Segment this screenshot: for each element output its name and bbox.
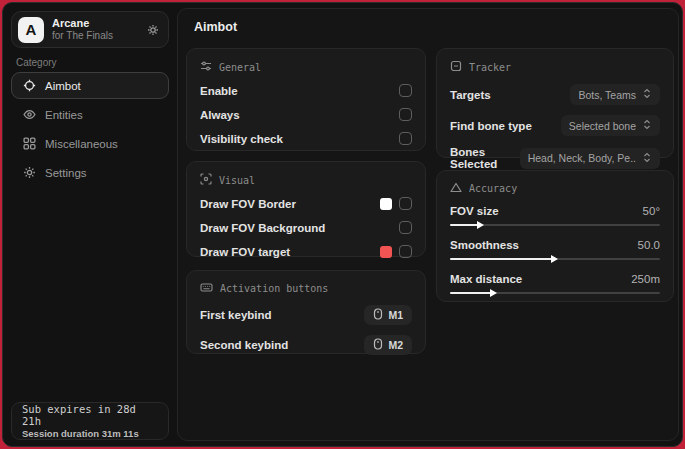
- setting-row-enable: Enable: [200, 83, 412, 98]
- grid-icon: [23, 137, 36, 150]
- card-title: Activation buttons: [220, 283, 328, 294]
- slider-thumb[interactable]: [490, 289, 497, 297]
- sidebar-nav: Aimbot Entities: [11, 72, 169, 188]
- smoothness-slider[interactable]: [450, 255, 660, 263]
- sidebar-item-aimbot[interactable]: Aimbot: [11, 72, 169, 99]
- setting-row-second-keybind: Second keybind M2: [200, 335, 412, 355]
- page-title: Aimbot: [194, 20, 237, 34]
- mouse-icon: [373, 308, 383, 322]
- setting-row-first-keybind: First keybind M1: [200, 305, 412, 325]
- tracker-card: Tracker Targets Bots, Teams Find bone ty…: [436, 48, 674, 158]
- bones-selected-dropdown[interactable]: Head, Neck, Body, Pe..: [520, 148, 660, 169]
- keyboard-icon: [200, 282, 213, 295]
- fov-border-color-swatch[interactable]: [380, 198, 392, 210]
- app-subtitle: for The Finals: [52, 30, 139, 42]
- setting-row-smoothness: Smoothness 50.0: [450, 239, 660, 263]
- category-label: Category: [16, 57, 57, 68]
- fov-size-value: 50°: [643, 205, 660, 217]
- smoothness-value: 50.0: [638, 239, 660, 251]
- general-card: General Enable Always Visibility check: [186, 48, 426, 151]
- find-bone-type-dropdown[interactable]: Selected bone: [561, 115, 660, 136]
- setting-row-max-distance: Max distance 250m: [450, 273, 660, 297]
- fov-background-checkbox[interactable]: [399, 221, 412, 234]
- chevrons-up-down-icon: [642, 119, 652, 132]
- subscription-card: Sub expires in 28d 21h Session duration …: [11, 402, 169, 440]
- chevrons-up-down-icon: [642, 88, 652, 101]
- activation-card: Activation buttons First keybind M1 Seco…: [186, 270, 426, 354]
- triangle-icon: [450, 182, 462, 195]
- fov-target-checkbox[interactable]: [399, 245, 412, 258]
- card-title: Visual: [219, 175, 255, 186]
- max-distance-value: 250m: [631, 273, 660, 285]
- sidebar-item-label: Miscellaneous: [45, 138, 118, 150]
- slider-thumb[interactable]: [477, 221, 484, 229]
- gear-icon[interactable]: [147, 24, 159, 36]
- visual-card: Visual Draw FOV Border Draw FOV Backgrou…: [186, 161, 426, 257]
- main-panel: Aimbot General Enable Always: [177, 8, 679, 441]
- app-window: A Arcane for The Finals Category: [2, 2, 683, 447]
- setting-row-fov-border: Draw FOV Border: [200, 196, 412, 211]
- brand-card: A Arcane for The Finals: [11, 11, 169, 48]
- first-keybind-button[interactable]: M1: [364, 305, 412, 325]
- fov-size-slider[interactable]: [450, 221, 660, 229]
- sidebar: A Arcane for The Finals Category: [3, 3, 177, 446]
- app-logo: A: [18, 17, 44, 43]
- mouse-icon: [373, 338, 383, 352]
- sidebar-item-miscellaneous[interactable]: Miscellaneous: [11, 130, 169, 157]
- sidebar-item-label: Settings: [45, 167, 87, 179]
- square-minus-icon: [450, 60, 462, 74]
- sliders-icon: [200, 60, 212, 74]
- fov-target-color-swatch[interactable]: [380, 246, 392, 258]
- setting-row-fov-target: Draw FOV target: [200, 244, 412, 259]
- slider-thumb[interactable]: [551, 255, 558, 263]
- session-duration-text: Session duration 31m 11s: [22, 428, 158, 439]
- setting-row-fov-background: Draw FOV Background: [200, 220, 412, 235]
- chevrons-up-down-icon: [642, 152, 652, 165]
- crosshair-icon: [23, 79, 36, 92]
- sidebar-item-entities[interactable]: Entities: [11, 101, 169, 128]
- gear-icon: [23, 166, 36, 179]
- setting-row-fov-size: FOV size 50°: [450, 205, 660, 229]
- fov-border-checkbox[interactable]: [399, 197, 412, 210]
- accuracy-card: Accuracy FOV size 50° Smoothness 50.0: [436, 170, 674, 302]
- setting-row-always: Always: [200, 107, 412, 122]
- card-title: General: [219, 62, 261, 73]
- card-title: Tracker: [469, 62, 511, 73]
- always-checkbox[interactable]: [399, 108, 412, 121]
- targets-dropdown[interactable]: Bots, Teams: [570, 84, 660, 105]
- app-name: Arcane: [52, 17, 139, 30]
- sidebar-item-label: Entities: [45, 109, 83, 121]
- sidebar-item-label: Aimbot: [45, 80, 81, 92]
- setting-row-bones-selected: Bones Selected Head, Neck, Body, Pe..: [450, 146, 660, 170]
- enable-checkbox[interactable]: [399, 84, 412, 97]
- visibility-check-checkbox[interactable]: [399, 132, 412, 145]
- second-keybind-button[interactable]: M2: [364, 335, 412, 355]
- setting-row-targets: Targets Bots, Teams: [450, 84, 660, 105]
- eye-icon: [23, 108, 36, 121]
- max-distance-slider[interactable]: [450, 289, 660, 297]
- sub-expiry-text: Sub expires in 28d 21h: [22, 403, 158, 427]
- setting-row-find-bone-type: Find bone type Selected bone: [450, 115, 660, 136]
- sidebar-item-settings[interactable]: Settings: [11, 159, 169, 186]
- scan-eye-icon: [200, 173, 212, 187]
- setting-row-visibility-check: Visibility check: [200, 131, 412, 146]
- card-title: Accuracy: [469, 183, 517, 194]
